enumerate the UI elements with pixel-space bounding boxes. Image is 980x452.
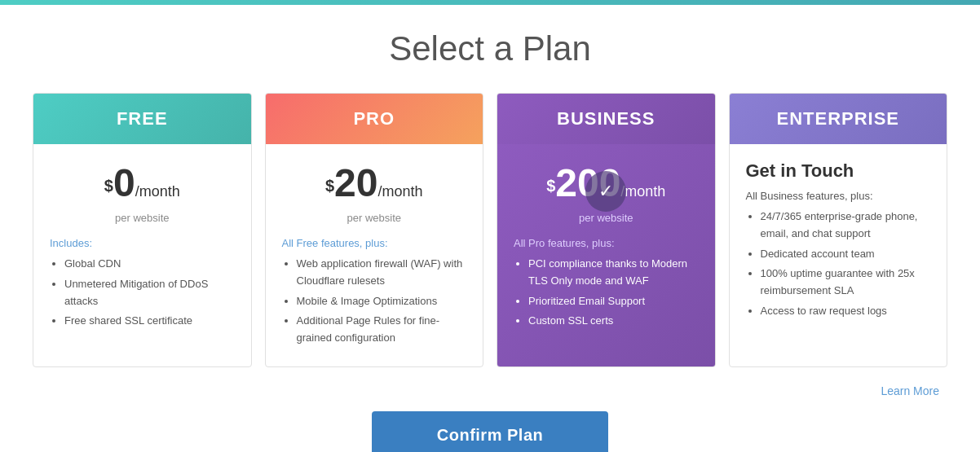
- plan-price-pro: $20/month: [282, 160, 467, 205]
- business-price-wrapper: $200/month✓: [546, 160, 665, 205]
- plan-body-pro: $20/monthper websiteAll Free features, p…: [266, 144, 483, 366]
- list-item: Access to raw request logs: [761, 303, 931, 320]
- plan-header-business: BUSINESS: [497, 94, 715, 144]
- price-period: /month: [377, 183, 422, 200]
- price-period: /month: [135, 183, 180, 200]
- list-item: 24/7/365 enterprise-grade phone, email, …: [761, 208, 931, 243]
- price-dollar: $: [325, 177, 334, 195]
- plan-body-enterprise: Get in TouchAll Business features, plus:…: [730, 144, 947, 366]
- plan-card-enterprise: ENTERPRISEGet in TouchAll Business featu…: [729, 93, 948, 367]
- price-dollar: $: [104, 177, 113, 195]
- plan-header-free: FREE: [33, 94, 251, 144]
- price-per-website: per website: [282, 212, 467, 224]
- list-item: 100% uptime guarantee with 25x reimburse…: [761, 265, 931, 300]
- enterprise-features-header: All Business features, plus:: [746, 190, 931, 202]
- features-list: Web application firewall (WAF) with Clou…: [282, 256, 467, 347]
- learn-more-link[interactable]: Learn More: [881, 384, 939, 397]
- page-title: Select a Plan: [33, 29, 947, 68]
- plan-card-free: FREE$0/monthper websiteIncludes:Global C…: [33, 93, 252, 367]
- list-item: Global CDN: [64, 256, 235, 273]
- list-item: Free shared SSL certificate: [64, 313, 235, 330]
- price-per-website: per website: [514, 212, 699, 224]
- list-item: Mobile & Image Optimizations: [297, 293, 467, 310]
- features-list: Global CDNUnmetered Mitigation of DDoS a…: [50, 256, 235, 330]
- plan-price-business: $200/month✓: [514, 160, 699, 205]
- features-header: All Free features, plus:: [282, 237, 467, 249]
- price-per-website: per website: [50, 212, 235, 224]
- list-item: Additional Page Rules for fine-grained c…: [297, 313, 467, 347]
- price-period: /month: [620, 183, 665, 200]
- list-item: Dedicated account team: [761, 246, 931, 263]
- plan-price-free: $0/month: [50, 160, 235, 205]
- list-item: Prioritized Email Support: [528, 293, 699, 310]
- list-item: PCI compliance thanks to Modern TLS Only…: [528, 256, 699, 290]
- plan-body-business: $200/month✓per websiteAll Pro features, …: [497, 144, 715, 366]
- page-container: Select a Plan FREE$0/monthper websiteInc…: [0, 5, 980, 452]
- enterprise-features-list: 24/7/365 enterprise-grade phone, email, …: [746, 208, 931, 320]
- features-list: PCI compliance thanks to Modern TLS Only…: [514, 256, 699, 330]
- plan-card-business: BUSINESS$200/month✓per websiteAll Pro fe…: [497, 93, 716, 367]
- features-header: Includes:: [50, 237, 235, 249]
- features-header: All Pro features, plus:: [514, 237, 699, 249]
- plan-header-pro: PRO: [266, 94, 483, 144]
- price-amount: 0: [113, 161, 135, 204]
- confirm-plan-button[interactable]: Confirm Plan: [372, 411, 608, 452]
- list-item: Unmetered Mitigation of DDoS attacks: [64, 276, 235, 310]
- confirm-row: Confirm Plan: [33, 411, 947, 452]
- enterprise-title: Get in Touch: [746, 160, 931, 182]
- plan-card-pro: PRO$20/monthper websiteAll Free features…: [265, 93, 484, 367]
- price-dollar: $: [546, 177, 555, 195]
- list-item: Custom SSL certs: [528, 313, 699, 330]
- price-amount: 20: [334, 161, 377, 204]
- plan-header-enterprise: ENTERPRISE: [730, 94, 947, 144]
- selected-check-icon: ✓: [585, 171, 626, 212]
- list-item: Web application firewall (WAF) with Clou…: [297, 256, 467, 290]
- plan-body-free: $0/monthper websiteIncludes:Global CDNUn…: [33, 144, 251, 366]
- plans-container: FREE$0/monthper websiteIncludes:Global C…: [33, 93, 947, 367]
- learn-more-row: Learn More: [33, 384, 947, 398]
